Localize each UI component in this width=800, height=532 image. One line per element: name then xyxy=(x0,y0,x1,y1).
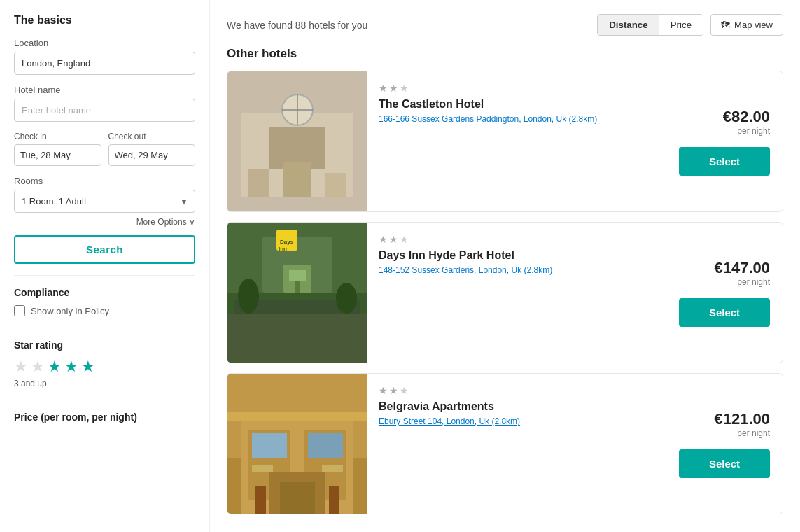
search-button[interactable]: Search xyxy=(14,235,195,264)
hotel-star-2: ★ xyxy=(389,385,398,396)
policy-checkbox[interactable] xyxy=(14,305,25,316)
hotel-price-belgravia: €121.00 xyxy=(714,410,770,428)
divider-1 xyxy=(14,275,195,276)
main-content: We have found 88 hotels for you Distance… xyxy=(210,0,800,532)
hotel-info-castleton: ★ ★ ★ The Castleton Hotel 166-166 Sussex… xyxy=(367,71,666,211)
map-view-label: Map view xyxy=(734,20,773,30)
section-title: Other hotels xyxy=(227,47,783,61)
hotel-name-input[interactable] xyxy=(14,99,195,122)
hotel-star-2: ★ xyxy=(389,234,398,245)
hotel-star-3: ★ xyxy=(400,385,409,396)
per-night-castleton: per night xyxy=(737,126,770,136)
hotel-star-1: ★ xyxy=(379,385,388,396)
sidebar: The basics Location Hotel name Check in … xyxy=(0,0,210,532)
checkin-input[interactable] xyxy=(14,144,101,166)
more-options-toggle[interactable]: More Options ∨ xyxy=(14,217,195,227)
hotel-star-3: ★ xyxy=(400,83,409,94)
svg-rect-28 xyxy=(308,433,343,458)
rooms-select[interactable]: 1 Room, 1 Adult 1 Room, 2 Adults 2 Rooms… xyxy=(14,190,195,213)
sort-toggle: Distance Price xyxy=(597,14,703,36)
hotel-stars-belgravia: ★ ★ ★ xyxy=(379,385,655,396)
svg-point-17 xyxy=(336,283,357,314)
map-view-button[interactable]: 🗺 Map view xyxy=(710,14,783,36)
sidebar-title: The basics xyxy=(14,14,195,27)
hotel-address-daysinn[interactable]: 148-152 Sussex Gardens, London, Uk (2.8k… xyxy=(379,265,655,275)
hotel-star-2: ★ xyxy=(389,83,398,94)
hotel-card-daysinn: Days Inn ★ ★ ★ Days Inn Hyde Park Hotel … xyxy=(227,222,783,363)
sort-distance-button[interactable]: Distance xyxy=(598,15,659,35)
divider-3 xyxy=(14,400,195,400)
hotel-price-daysinn: €147.00 xyxy=(714,259,770,277)
checkout-label: Check out xyxy=(108,132,196,141)
hotel-stars-daysinn: ★ ★ ★ xyxy=(379,234,655,245)
svg-rect-6 xyxy=(248,169,269,197)
svg-rect-35 xyxy=(329,486,339,514)
hotel-price-action-castleton: €82.00 per night Select xyxy=(666,71,783,211)
svg-rect-18 xyxy=(227,314,367,363)
hotel-stars-castleton: ★ ★ ★ xyxy=(379,83,655,94)
more-options-chevron-icon: ∨ xyxy=(189,217,195,227)
location-input[interactable] xyxy=(14,52,195,75)
stars-row: ★ ★ ★ ★ ★ xyxy=(14,358,195,376)
hotel-address-castleton[interactable]: 166-166 Sussex Gardens Paddington, Londo… xyxy=(379,114,655,124)
svg-rect-32 xyxy=(322,465,343,472)
star-3[interactable]: ★ xyxy=(48,358,62,376)
hotel-card-castleton: ★ ★ ★ The Castleton Hotel 166-166 Sussex… xyxy=(227,71,783,212)
hotel-price-action-daysinn: €147.00 per night Select xyxy=(666,223,783,363)
hotel-name-castleton: The Castleton Hotel xyxy=(379,98,655,111)
map-icon: 🗺 xyxy=(721,20,730,30)
star-rating-label: 3 and up xyxy=(14,379,195,388)
svg-rect-31 xyxy=(252,465,273,472)
svg-rect-8 xyxy=(325,173,346,197)
select-button-belgravia[interactable]: Select xyxy=(679,449,770,478)
svg-rect-21 xyxy=(295,281,300,293)
hotel-image-svg-daysinn: Days Inn xyxy=(227,223,367,363)
hotel-price-action-belgravia: €121.00 per night Select xyxy=(666,374,783,514)
checkin-label: Check in xyxy=(14,132,101,141)
checkout-input[interactable] xyxy=(108,144,196,166)
star-4[interactable]: ★ xyxy=(64,358,78,376)
hotel-card-belgravia: ★ ★ ★ Belgravia Apartments Ebury Street … xyxy=(227,373,783,514)
svg-rect-27 xyxy=(252,433,287,458)
hotel-image-svg-castleton xyxy=(227,71,367,211)
star-1[interactable]: ★ xyxy=(14,358,28,376)
select-button-daysinn[interactable]: Select xyxy=(679,298,770,327)
svg-text:Days: Days xyxy=(280,239,294,245)
svg-point-16 xyxy=(238,279,259,314)
star-5[interactable]: ★ xyxy=(81,358,95,376)
svg-rect-30 xyxy=(280,482,315,514)
main-header: We have found 88 hotels for you Distance… xyxy=(227,14,783,36)
hotel-image-daysinn: Days Inn xyxy=(227,223,367,363)
star-2[interactable]: ★ xyxy=(31,358,45,376)
hotel-star-3: ★ xyxy=(400,234,409,245)
hotel-star-1: ★ xyxy=(379,234,388,245)
svg-rect-34 xyxy=(255,486,266,514)
hotel-address-belgravia[interactable]: Ebury Street 104, London, Uk (2.8km) xyxy=(379,416,655,426)
sort-price-button[interactable]: Price xyxy=(659,15,703,35)
dates-row: Check in Check out xyxy=(14,132,195,166)
hotel-star-1: ★ xyxy=(379,83,388,94)
per-night-belgravia: per night xyxy=(737,428,770,438)
price-title: Price (per room, per night) xyxy=(14,412,195,423)
svg-text:Inn: Inn xyxy=(279,246,287,252)
results-text: We have found 88 hotels for you xyxy=(227,20,367,31)
compliance-title: Compliance xyxy=(14,287,195,298)
more-options-label: More Options xyxy=(136,217,187,227)
hotel-name-daysinn: Days Inn Hyde Park Hotel xyxy=(379,249,655,262)
rooms-label: Rooms xyxy=(14,176,195,186)
checkout-col: Check out xyxy=(108,132,196,166)
hotel-image-castleton xyxy=(227,71,367,211)
sort-map-row: Distance Price 🗺 Map view xyxy=(597,14,783,36)
per-night-daysinn: per night xyxy=(737,277,770,287)
hotel-name-label: Hotel name xyxy=(14,85,195,95)
hotel-price-castleton: €82.00 xyxy=(723,108,770,126)
select-button-castleton[interactable]: Select xyxy=(679,147,770,176)
hotel-name-belgravia: Belgravia Apartments xyxy=(379,400,655,413)
policy-label: Show only in Policy xyxy=(31,306,109,316)
hotel-info-belgravia: ★ ★ ★ Belgravia Apartments Ebury Street … xyxy=(367,374,666,514)
svg-rect-7 xyxy=(283,162,311,197)
svg-rect-33 xyxy=(227,412,367,421)
hotel-image-belgravia xyxy=(227,374,367,514)
hotel-info-daysinn: ★ ★ ★ Days Inn Hyde Park Hotel 148-152 S… xyxy=(367,223,666,363)
rooms-select-wrap: 1 Room, 1 Adult 1 Room, 2 Adults 2 Rooms… xyxy=(14,190,195,213)
